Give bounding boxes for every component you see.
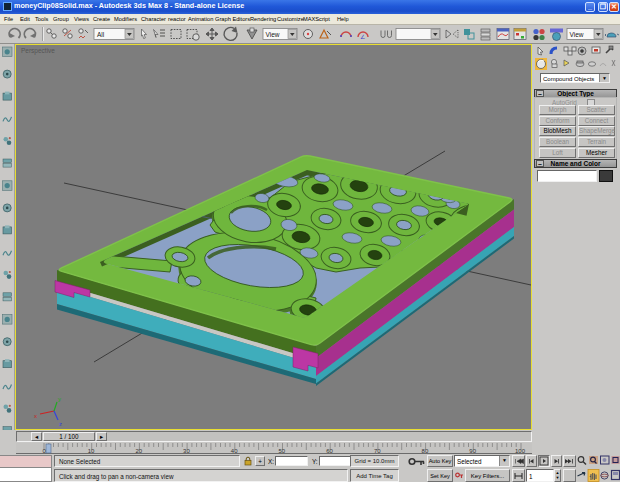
svg-text:∠: ∠ xyxy=(360,34,365,40)
svg-text:70: 70 xyxy=(374,448,381,454)
svg-text:80: 80 xyxy=(422,448,429,454)
svg-text:10: 10 xyxy=(88,448,95,454)
svg-text:50: 50 xyxy=(279,448,286,454)
svg-text:All: All xyxy=(97,31,105,38)
svg-text:z: z xyxy=(59,421,62,427)
svg-text:100: 100 xyxy=(515,448,526,454)
svg-text:40: 40 xyxy=(231,448,238,454)
svg-text:30: 30 xyxy=(183,448,190,454)
svg-text:x: x xyxy=(34,413,37,419)
svg-text:View: View xyxy=(570,31,584,38)
svg-text:20: 20 xyxy=(135,448,142,454)
svg-text:90: 90 xyxy=(469,448,476,454)
svg-text:y: y xyxy=(58,396,61,402)
svg-text:View: View xyxy=(266,31,280,38)
svg-text:60: 60 xyxy=(326,448,333,454)
